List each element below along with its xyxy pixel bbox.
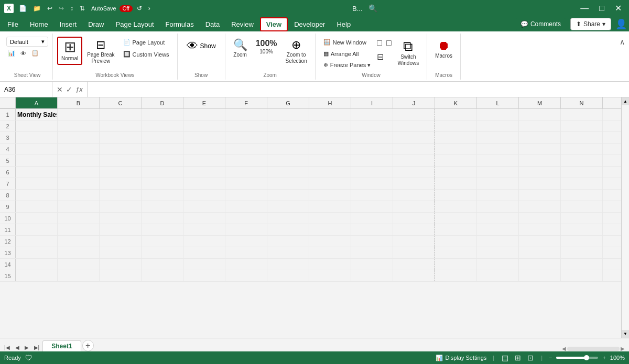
view-normal-btn[interactable]: ▤ (501, 352, 509, 363)
cancel-formula-btn[interactable]: ✕ (56, 84, 64, 95)
row-number-9[interactable]: 9 (0, 201, 16, 212)
sort-desc-btn[interactable]: ⇅ (78, 4, 87, 13)
col-header-E[interactable]: E (183, 97, 225, 108)
menu-view[interactable]: View (260, 17, 288, 31)
zoom-btn[interactable]: 🔍 Zoom (230, 37, 251, 61)
menu-insert[interactable]: Insert (55, 18, 82, 30)
cell-C1[interactable] (100, 109, 142, 120)
accessibility-icon[interactable]: 🛡 (25, 354, 32, 362)
vertical-scrollbar[interactable]: ▲ ▼ (621, 97, 629, 338)
macros-btn[interactable]: ⏺ Macros (431, 37, 456, 62)
show-btn[interactable]: 👁 Show (182, 37, 221, 56)
row-number-15[interactable]: 15 (0, 270, 16, 281)
zoom-100-btn[interactable]: 100% 100% (252, 37, 281, 58)
sheet-tab-sheet1[interactable]: Sheet1 (42, 340, 81, 351)
split-btn[interactable]: ⊟ (375, 50, 393, 63)
scroll-down-btn[interactable]: ▼ (622, 330, 630, 338)
zoom-slider[interactable] (556, 357, 598, 359)
page-break-btn[interactable]: ⊟ Page BreakPreview (83, 37, 118, 67)
row-number-8[interactable]: 8 (0, 190, 16, 201)
tab-nav-prev[interactable]: ◀ (13, 344, 21, 351)
row-number-11[interactable]: 11 (0, 224, 16, 235)
share-btn[interactable]: ⬆ Share ▾ (570, 18, 611, 30)
row-number-6[interactable]: 6 (0, 167, 16, 178)
col-header-G[interactable]: G (267, 97, 309, 108)
col-header-H[interactable]: H (309, 97, 351, 108)
h-scroll-left[interactable]: ◀ (562, 346, 566, 351)
zoom-minus-btn[interactable]: − (549, 355, 552, 361)
cell-A2[interactable] (16, 120, 58, 131)
row-number-7[interactable]: 7 (0, 178, 16, 189)
col-header-J[interactable]: J (393, 97, 435, 108)
col-header-C[interactable]: C (100, 97, 142, 108)
col-header-K[interactable]: K (435, 97, 477, 108)
search-btn[interactable]: 🔍 (368, 4, 377, 13)
cell-J1[interactable] (393, 109, 435, 120)
col-header-D[interactable]: D (142, 97, 183, 108)
normal-view-btn[interactable]: ⊞ Normal (57, 37, 82, 65)
display-settings-btn[interactable]: 📊 Display Settings (436, 355, 486, 361)
cell-L1[interactable] (477, 109, 519, 120)
cell-M1[interactable] (519, 109, 561, 120)
row-number-4[interactable]: 4 (0, 144, 16, 155)
scroll-up-btn[interactable]: ▲ (622, 97, 630, 105)
cell-N1[interactable] (561, 109, 603, 120)
user-icon[interactable]: 👤 (615, 18, 627, 30)
sheet-view-icon1[interactable]: 📊 (6, 48, 17, 58)
more-btn[interactable]: › (146, 4, 153, 13)
row-number-12[interactable]: 12 (0, 236, 16, 247)
tab-nav-next[interactable]: ▶ (23, 344, 31, 351)
col-header-I[interactable]: I (351, 97, 393, 108)
name-box[interactable] (0, 82, 52, 97)
h-scroll-right[interactable]: ▶ (621, 346, 625, 351)
undo-btn[interactable]: ↩ (45, 4, 55, 13)
menu-page-layout[interactable]: Page Layout (111, 18, 159, 30)
confirm-formula-btn[interactable]: ✓ (65, 84, 73, 95)
comments-btn[interactable]: 💬 Comments (515, 18, 566, 30)
cell-B1[interactable] (58, 109, 100, 120)
sort-asc-btn[interactable]: ↕ (68, 4, 75, 13)
menu-draw[interactable]: Draw (83, 18, 109, 30)
row-number-10[interactable]: 10 (0, 213, 16, 224)
view-break-btn[interactable]: ⊡ (526, 352, 535, 363)
tab-nav-last[interactable]: ▶| (32, 344, 42, 351)
col-header-L[interactable]: L (477, 97, 519, 108)
sheet-view-icon3[interactable]: 📋 (30, 48, 40, 58)
cell-I1[interactable] (351, 109, 393, 120)
switch-windows-btn[interactable]: ⧉ SwitchWindows (394, 37, 423, 69)
row-number-5[interactable]: 5 (0, 155, 16, 166)
arrange-all-btn[interactable]: ▦ Arrange All (320, 48, 375, 59)
zoom-slider-thumb[interactable] (584, 355, 589, 360)
menu-help[interactable]: Help (331, 18, 356, 30)
view-page-btn[interactable]: ⊞ (514, 352, 522, 363)
redo-btn[interactable]: ↪ (57, 4, 66, 13)
menu-home[interactable]: Home (25, 18, 53, 30)
hide-btn[interactable]: □ (375, 37, 384, 49)
sheet-view-icon2[interactable]: 👁 (19, 48, 28, 58)
col-header-M[interactable]: M (519, 97, 561, 108)
row-number-3[interactable]: 3 (0, 132, 16, 143)
formula-input[interactable] (88, 82, 629, 97)
zoom-plus-btn[interactable]: + (602, 355, 605, 361)
cell-K1[interactable] (435, 109, 477, 120)
refresh-btn[interactable]: ↺ (135, 4, 144, 13)
cell-A1[interactable]: Monthly Sales (16, 109, 58, 120)
col-header-B[interactable]: B (58, 97, 100, 108)
h-scroll-track[interactable] (567, 347, 620, 351)
col-header-F[interactable]: F (225, 97, 267, 108)
menu-developer[interactable]: Developer (289, 18, 330, 30)
cell-H1[interactable] (309, 109, 351, 120)
menu-review[interactable]: Review (226, 18, 259, 30)
minimize-btn[interactable]: — (577, 0, 592, 17)
add-sheet-btn[interactable]: + (82, 340, 94, 351)
page-layout-btn[interactable]: 📄 Page Layout (120, 37, 173, 48)
cell-G1[interactable] (267, 109, 309, 120)
close-btn[interactable]: ✕ (612, 0, 625, 17)
cell-E1[interactable] (183, 109, 225, 120)
menu-data[interactable]: Data (200, 18, 225, 30)
row-number-2[interactable]: 2 (0, 120, 16, 131)
sheet-view-dropdown[interactable]: Default ▾ (6, 37, 48, 47)
autosave-toggle[interactable]: Off (120, 5, 133, 12)
col-header-N[interactable]: N (561, 97, 603, 108)
cell-D1[interactable] (142, 109, 183, 120)
